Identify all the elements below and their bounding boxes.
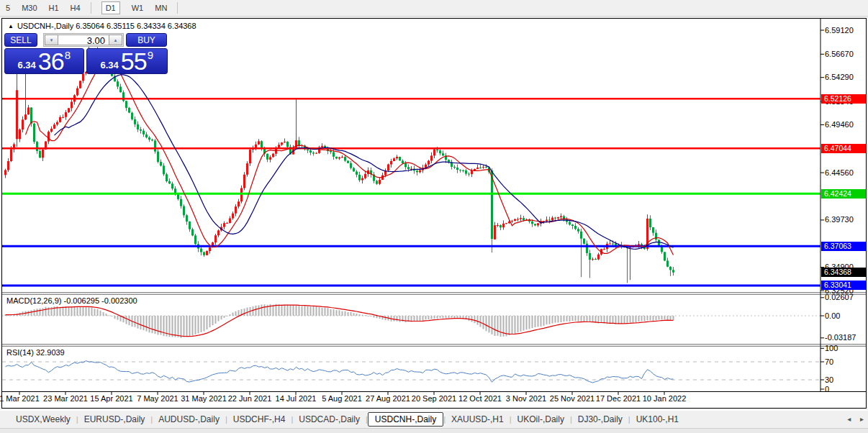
one-click-trade-panel: SELL ▼ 3.00 ▲ BUY 6.34 36 8 6.34 55 9: [4, 33, 168, 74]
horizontal-level-lines: [2, 99, 820, 286]
volume-increase-icon[interactable]: ▲: [109, 35, 122, 45]
tab-scroll-right-icon[interactable]: ▸: [860, 415, 864, 423]
chart-tab-usdchf-h4[interactable]: USDCHF-,H4: [227, 413, 291, 426]
date-label: 22 Jun 2021: [224, 394, 276, 403]
price-tick-label: 6.59120: [825, 26, 865, 35]
volume-decrease-icon[interactable]: ▼: [45, 35, 58, 45]
buy-price-prefix: 6.34: [101, 60, 119, 70]
timeframe-button-H4[interactable]: H4: [71, 4, 81, 12]
rsi-tick-label: 70: [825, 357, 865, 367]
chart-tab-usdx-weekly[interactable]: USDX,Weekly: [10, 413, 76, 426]
timeframe-toolbar: 5M30H1H4D1W1MN: [0, 0, 868, 17]
collapse-panel-icon[interactable]: ▲: [8, 23, 14, 29]
date-label: 20 Sep 2021: [408, 394, 460, 403]
candles-layer: [4, 45, 674, 283]
rsi-layer: [2, 361, 820, 383]
chart-tab-dj30-daily[interactable]: DJ30-,Daily: [572, 413, 628, 426]
timeframe-button-M30[interactable]: M30: [22, 4, 37, 12]
tab-scroll-arrows: ◂ ▸: [840, 415, 864, 423]
buy-button[interactable]: BUY: [126, 33, 167, 47]
timeframe-button-W1[interactable]: W1: [132, 4, 144, 12]
chart-tab-uk100-h1[interactable]: UK100-,H1: [630, 413, 684, 426]
date-label: 5 Aug 2021: [316, 394, 368, 403]
date-label: 31 May 2021: [178, 394, 230, 403]
rsi-indicator-label: RSI(14) 32.9039: [6, 348, 65, 357]
price-level-badge: 6.52126: [821, 94, 866, 104]
date-label: 25 Nov 2021: [546, 394, 598, 403]
sell-price-prefix: 6.34: [18, 60, 36, 70]
chart-title: USDCNH-,Daily 6.35064 6.35115 6.34334 6.…: [17, 22, 196, 30]
buy-price-sup: 9: [148, 49, 153, 61]
rsi-tick-label: 30: [825, 375, 865, 385]
price-tick-label: 6.39730: [825, 215, 865, 224]
volume-stepper: ▼ 3.00 ▲: [43, 33, 124, 47]
date-label: 1 Mar 2021: [0, 394, 45, 403]
volume-input[interactable]: 3.00: [58, 35, 109, 45]
buy-price-display[interactable]: 6.34 55 9: [86, 48, 168, 74]
date-label: 15 Apr 2021: [86, 394, 137, 403]
date-label: 7 May 2021: [132, 394, 184, 403]
rsi-tick-label: 0: [825, 385, 865, 394]
toolbar-separator: [91, 2, 91, 14]
price-tick-label: 6.44560: [825, 168, 865, 178]
sell-button[interactable]: SELL: [4, 33, 37, 47]
date-label: 14 Jul 2021: [270, 394, 322, 403]
price-tick-label: 6.56670: [825, 50, 865, 59]
timeframe-button-5[interactable]: 5: [6, 4, 10, 12]
price-level-badge: 6.37063: [821, 242, 866, 251]
chart-tab-usdcad-daily[interactable]: USDCAD-,Daily: [293, 413, 366, 426]
date-label: 23 Mar 2021: [40, 394, 91, 403]
macd-layer: [2, 304, 820, 338]
sell-price-big: 36: [38, 50, 64, 73]
price-tick-label: 6.54290: [825, 73, 865, 82]
chart-tab-bar: USDX,Weekly|EURUSD-,Daily|AUDUSD-,Daily|…: [0, 410, 868, 427]
chart-tab-usdcnh-daily[interactable]: USDCNH-,Daily: [368, 412, 443, 427]
buy-price-big: 55: [121, 50, 147, 73]
toolbar-separator: [177, 2, 178, 14]
macd-indicator-label: MACD(12,26,9) -0.006295 -0.002300: [6, 296, 137, 305]
status-bar: [0, 428, 868, 433]
timeframe-button-MN[interactable]: MN: [155, 4, 167, 12]
timeframe-button-H1[interactable]: H1: [49, 4, 59, 12]
main-chart-svg[interactable]: [2, 19, 866, 408]
chart-tab-xauusd-h1[interactable]: XAUUSD-,H1: [446, 413, 510, 426]
timeframe-button-D1[interactable]: D1: [101, 1, 120, 14]
price-level-badge: 6.33041: [821, 281, 866, 290]
date-label: 27 Aug 2021: [362, 394, 414, 403]
date-label: 10 Jan 2022: [638, 394, 690, 403]
chart-tab-audusd-daily[interactable]: AUDUSD-,Daily: [153, 413, 225, 426]
tab-scroll-left-icon[interactable]: ◂: [847, 415, 851, 423]
sell-price-display[interactable]: 6.34 36 8: [4, 48, 84, 74]
date-label: 17 Dec 2021: [592, 394, 644, 403]
price-tick-label: 6.49460: [825, 120, 865, 129]
macd-tick-label: -0.03187: [825, 333, 865, 342]
chart-tab-ukoil-daily[interactable]: UKOil-,Daily: [512, 413, 570, 426]
date-label: 3 Nov 2021: [500, 394, 552, 403]
price-level-badge: 6.34368: [821, 268, 866, 277]
chart-tab-eurusd-daily[interactable]: EURUSD-,Daily: [78, 413, 151, 426]
macd-tick-label: 0.02607: [825, 293, 865, 302]
rsi-tick-label: 100: [825, 344, 865, 353]
macd-tick-label: 0.00: [825, 311, 865, 321]
chart-window: ▲USDCNH-,Daily 6.35064 6.35115 6.34334 6…: [1, 18, 867, 409]
price-level-badge: 6.42424: [821, 189, 866, 199]
chart-title-row: ▲USDCNH-,Daily 6.35064 6.35115 6.34334 6…: [8, 22, 196, 30]
sell-price-sup: 8: [65, 49, 71, 61]
date-label: 12 Oct 2021: [454, 394, 506, 403]
price-level-badge: 6.47044: [821, 144, 866, 153]
